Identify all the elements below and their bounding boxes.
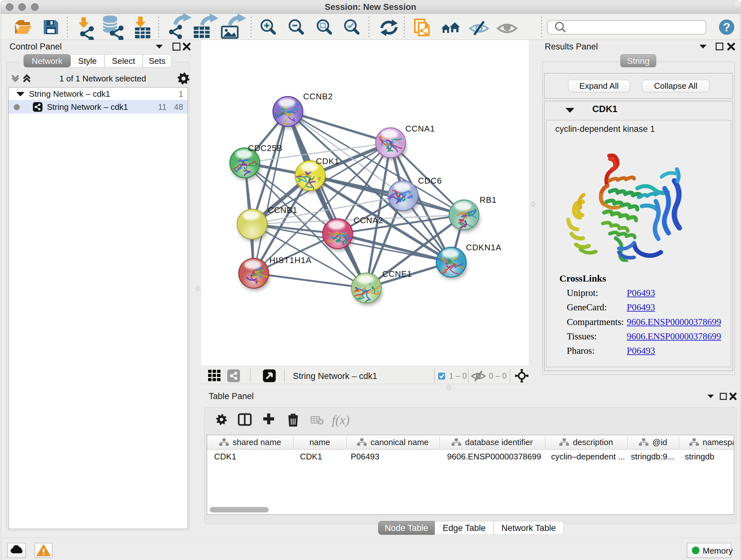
svg-text:CCNB1: CCNB1 bbox=[268, 205, 297, 215]
svg-text:?: ? bbox=[723, 21, 731, 34]
svg-text:0 – 0: 0 – 0 bbox=[489, 371, 507, 380]
svg-text:String Network – cdk1: String Network – cdk1 bbox=[293, 371, 377, 381]
svg-text:HIST1H1A: HIST1H1A bbox=[269, 255, 312, 265]
svg-text:CDKN1A: CDKN1A bbox=[466, 243, 501, 252]
svg-text:CDC6: CDC6 bbox=[418, 176, 442, 186]
svg-text:CCNB2: CCNB2 bbox=[303, 91, 333, 101]
svg-text:CCNE1: CCNE1 bbox=[382, 269, 412, 279]
svg-text:f(x): f(x) bbox=[332, 413, 350, 427]
svg-text:CCNA1: CCNA1 bbox=[405, 124, 435, 133]
svg-text:CCNA2: CCNA2 bbox=[354, 215, 383, 225]
svg-text:RB1: RB1 bbox=[480, 195, 497, 205]
svg-text:CDK1: CDK1 bbox=[316, 157, 339, 166]
svg-text:1 – 0: 1 – 0 bbox=[449, 371, 467, 380]
svg-text:CDC25B: CDC25B bbox=[248, 143, 283, 153]
